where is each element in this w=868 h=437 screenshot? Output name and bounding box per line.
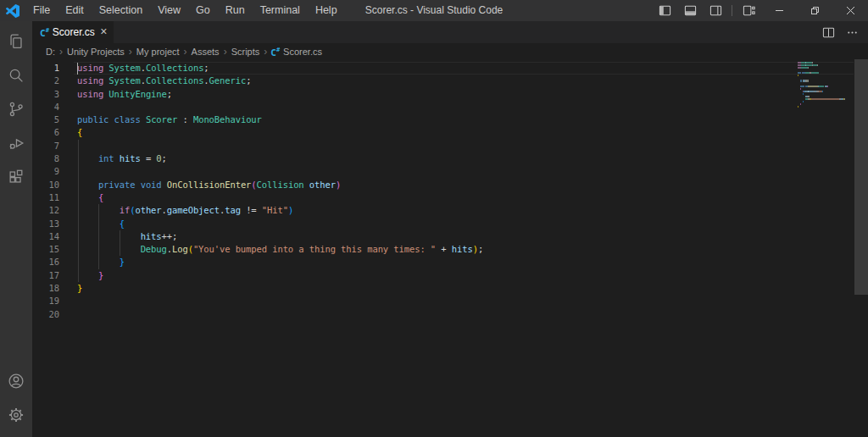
indent-guide (120, 243, 120, 256)
menubar: FileEditSelectionViewGoRunTerminalHelp (25, 0, 345, 21)
breadcrumb-item[interactable]: Assets (191, 47, 220, 57)
minimap-line (798, 62, 813, 64)
indent-guide (78, 152, 79, 165)
line-number[interactable]: 20 (32, 308, 59, 321)
source-control-icon[interactable] (0, 92, 32, 126)
line-number[interactable]: 5 (32, 113, 59, 126)
line-number[interactable]: 19 (32, 295, 59, 307)
line-number[interactable]: 3 (32, 88, 59, 101)
indent-guide (78, 256, 79, 268)
code-line[interactable]: 1using System.Collections; (32, 62, 854, 75)
window-title: Scorer.cs - Visual Studio Code (365, 0, 504, 21)
code-line[interactable]: 13{ (32, 218, 854, 230)
line-number[interactable]: 4 (32, 101, 59, 113)
explorer-icon[interactable] (0, 25, 32, 58)
search-icon[interactable] (0, 58, 32, 92)
more-actions-icon[interactable] (841, 23, 863, 41)
split-editor-icon[interactable] (817, 23, 839, 41)
indent-guide (78, 140, 79, 152)
line-number[interactable]: 10 (32, 179, 59, 191)
run-and-debug-icon[interactable] (0, 126, 32, 160)
minimap-line (800, 103, 801, 105)
menu-item-run[interactable]: Run (218, 0, 253, 21)
menu-item-help[interactable]: Help (308, 0, 345, 21)
code-line[interactable]: 15Debug.Log("You've bumped into a thing … (32, 243, 854, 256)
extensions-icon[interactable] (0, 160, 32, 194)
code-line[interactable]: 4 (32, 101, 854, 113)
indent-guide (78, 230, 79, 243)
code-line[interactable]: 7 (32, 140, 854, 152)
line-number[interactable]: 6 (32, 126, 59, 139)
minimap[interactable] (798, 62, 854, 437)
code-line[interactable]: 12if(other.gameObject.tag != "Hit") (32, 204, 854, 217)
code-line[interactable]: 14hits++; (32, 230, 854, 243)
code-line[interactable]: 10private void OnCollisionEnter(Collisio… (32, 179, 854, 191)
scrollbar-slider[interactable] (854, 59, 868, 295)
code-line[interactable]: 16} (32, 256, 854, 268)
indent-guide (78, 269, 79, 282)
menu-item-edit[interactable]: Edit (58, 0, 92, 21)
vertical-scrollbar[interactable] (854, 59, 868, 437)
close-button[interactable] (832, 0, 868, 21)
minimap-line (803, 101, 804, 102)
restore-button[interactable] (797, 0, 832, 21)
chevron-right-icon: › (220, 46, 231, 58)
indent-guide (98, 218, 99, 230)
code-line[interactable]: 3using UnityEngine; (32, 88, 854, 101)
tab-close-icon[interactable]: × (99, 25, 108, 39)
code-area[interactable]: 1using System.Collections;2using System.… (32, 62, 854, 321)
minimize-button[interactable] (761, 0, 797, 21)
minimap-line (803, 91, 823, 92)
breadcrumb-item[interactable]: Unity Projects (66, 47, 125, 57)
menu-item-file[interactable]: File (25, 0, 58, 21)
code-line[interactable]: 19 (32, 295, 854, 307)
line-number[interactable]: 16 (32, 256, 59, 268)
indent-guide (98, 204, 99, 217)
breadcrumb-file[interactable]: Scorer.cs (282, 47, 323, 57)
line-number[interactable]: 17 (32, 269, 59, 282)
code-line[interactable]: 5public class Scorer : MonoBehaviour (32, 113, 854, 126)
line-number[interactable]: 8 (32, 152, 59, 165)
breadcrumb-item[interactable]: My project (136, 47, 181, 57)
line-number[interactable]: 11 (32, 191, 59, 204)
line-number[interactable]: 7 (32, 140, 59, 152)
menu-item-view[interactable]: View (150, 0, 188, 21)
indent-guide (78, 243, 79, 256)
code-line[interactable]: 20 (32, 308, 854, 321)
text-cursor (77, 63, 78, 75)
line-number[interactable]: 18 (32, 282, 59, 295)
tab-scorer-cs[interactable]: C# Scorer.cs × (32, 21, 114, 43)
line-number[interactable]: 13 (32, 218, 59, 230)
code-line[interactable]: 8int hits = 0; (32, 152, 854, 165)
menu-item-terminal[interactable]: Terminal (253, 0, 308, 21)
line-number[interactable]: 14 (32, 230, 59, 243)
line-number[interactable]: 15 (32, 243, 59, 256)
toggle-primary-sidebar-icon[interactable] (652, 0, 677, 21)
titlebar-separator (732, 5, 732, 16)
minimap-line (805, 96, 810, 97)
code-line[interactable]: 6{ (32, 126, 854, 139)
breadcrumb-item[interactable]: Scripts (231, 47, 261, 57)
menu-item-selection[interactable]: Selection (92, 0, 150, 21)
settings-gear-icon[interactable] (0, 398, 32, 432)
chevron-right-icon: › (260, 46, 270, 58)
code-line[interactable]: 9 (32, 165, 854, 178)
code-line[interactable]: 11{ (32, 191, 854, 204)
code-editor[interactable]: 1using System.Collections;2using System.… (32, 59, 868, 437)
toggle-panel-icon[interactable] (677, 0, 703, 21)
line-number[interactable]: 9 (32, 165, 59, 178)
toggle-secondary-sidebar-icon[interactable] (703, 0, 728, 21)
breadcrumb-item[interactable]: D: (45, 47, 56, 57)
code-line[interactable]: 18} (32, 282, 854, 295)
customize-layout-icon[interactable] (736, 0, 761, 21)
menu-item-go[interactable]: Go (188, 0, 218, 21)
titlebar: FileEditSelectionViewGoRunTerminalHelp S… (0, 0, 868, 21)
accounts-icon[interactable] (0, 364, 32, 398)
line-number[interactable]: 12 (32, 204, 59, 217)
code-line[interactable]: 2using System.Collections.Generic; (32, 75, 854, 87)
code-line[interactable]: 17} (32, 269, 854, 282)
line-number[interactable]: 1 (32, 62, 59, 75)
minimap-line (800, 88, 801, 90)
breadcrumb: D:›Unity Projects›My project›Assets›Scri… (32, 43, 868, 59)
line-number[interactable]: 2 (32, 75, 59, 87)
